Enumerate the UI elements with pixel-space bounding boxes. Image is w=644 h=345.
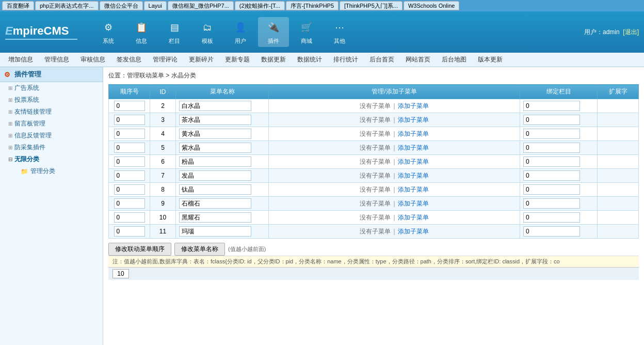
nav-template[interactable]: 模板 bbox=[192, 17, 223, 47]
subnav-issue-info[interactable]: 签发信息 bbox=[111, 54, 147, 66]
table-row: 9没有子菜单 | 添加子菜单 bbox=[109, 197, 639, 211]
subnav-update-fragment[interactable]: 更新碎片 bbox=[184, 54, 219, 66]
folder-icon-manage-category: 📁 bbox=[21, 168, 28, 175]
nav-other[interactable]: 其他 bbox=[324, 17, 355, 47]
seq-input-10[interactable] bbox=[114, 212, 145, 223]
modify-name-button[interactable]: 修改菜单名称 bbox=[174, 243, 225, 256]
logo-underline bbox=[5, 39, 77, 40]
tab-w3[interactable]: W3Schools Online bbox=[404, 1, 460, 10]
nav-shop[interactable]: 商城 bbox=[291, 17, 322, 47]
subnav-data-update[interactable]: 数据更新 bbox=[256, 54, 291, 66]
sidebar-item-ad[interactable]: ⊞ 广告系统 bbox=[0, 82, 103, 94]
nav-column[interactable]: 栏目 bbox=[159, 17, 190, 47]
nav-info[interactable]: 信息 bbox=[126, 17, 157, 47]
browser-tabs: 百度翻译 php正则表达式在字... 微信公众平台 Layui 微信框架_微信P… bbox=[0, 0, 644, 11]
tab-php[interactable]: php正则表达式在字... bbox=[35, 1, 99, 10]
subnav-data-stats[interactable]: 数据统计 bbox=[292, 54, 327, 66]
name-input-5[interactable] bbox=[179, 143, 251, 153]
sidebar-item-manage-category[interactable]: 📁 管理分类 bbox=[0, 165, 103, 177]
cell-ext-11 bbox=[598, 225, 639, 239]
seq-input-2[interactable] bbox=[114, 101, 145, 111]
nav-user[interactable]: 用户 bbox=[225, 17, 256, 47]
name-input-10[interactable] bbox=[179, 212, 251, 223]
name-input-7[interactable] bbox=[179, 170, 251, 181]
cell-manage-4: 没有子菜单 | 添加子菜单 bbox=[269, 127, 520, 141]
add-child-link-10[interactable]: 添加子菜单 bbox=[398, 214, 429, 221]
tab-op[interactable]: (2)蚊蛆操作-[T... bbox=[235, 1, 285, 10]
bind-input-2[interactable] bbox=[523, 101, 580, 111]
sidebar-item-feedback[interactable]: ⊞ 信息反馈管理 bbox=[0, 130, 103, 142]
subnav-backend-map[interactable]: 后台地图 bbox=[437, 54, 472, 66]
seq-input-8[interactable] bbox=[114, 184, 145, 195]
table-row: 11没有子菜单 | 添加子菜单 bbox=[109, 225, 639, 239]
subnav-audit-info[interactable]: 审核信息 bbox=[75, 54, 110, 66]
name-input-3[interactable] bbox=[179, 115, 251, 125]
bind-input-6[interactable] bbox=[523, 156, 580, 167]
name-input-11[interactable] bbox=[179, 226, 251, 237]
cell-manage-9: 没有子菜单 | 添加子菜单 bbox=[269, 197, 520, 211]
bind-input-7[interactable] bbox=[523, 170, 580, 181]
add-child-link-7[interactable]: 添加子菜单 bbox=[398, 172, 429, 179]
bind-input-10[interactable] bbox=[523, 212, 580, 223]
sidebar-item-vote[interactable]: ⊞ 投票系统 bbox=[0, 94, 103, 106]
seq-input-9[interactable] bbox=[114, 198, 145, 209]
bind-input-5[interactable] bbox=[523, 143, 580, 153]
sidebar-item-friendlink[interactable]: ⊞ 友情链接管理 bbox=[0, 106, 103, 118]
sidebar-item-guestbook[interactable]: ⊞ 留言板管理 bbox=[0, 118, 103, 130]
add-child-link-3[interactable]: 添加子菜单 bbox=[398, 116, 429, 123]
bind-input-8[interactable] bbox=[523, 184, 580, 195]
add-child-link-6[interactable]: 添加子菜单 bbox=[398, 158, 429, 165]
seq-input-5[interactable] bbox=[114, 143, 145, 153]
bind-input-3[interactable] bbox=[523, 115, 580, 125]
tab-layui[interactable]: Layui bbox=[144, 1, 167, 10]
add-child-link-2[interactable]: 添加子菜单 bbox=[398, 102, 429, 109]
seq-input-4[interactable] bbox=[114, 129, 145, 139]
seq-input-3[interactable] bbox=[114, 115, 145, 125]
note-text: 注：值越小越前面,数据库字典：表名：fclass{分类ID: id，父分类ID：… bbox=[112, 258, 560, 264]
name-input-8[interactable] bbox=[179, 184, 251, 195]
tab-wxframe[interactable]: 微信框架_微信PHP7... bbox=[168, 1, 234, 10]
bind-input-4[interactable] bbox=[523, 129, 580, 139]
name-input-6[interactable] bbox=[179, 156, 251, 167]
seq-input-7[interactable] bbox=[114, 170, 145, 181]
sidebar-item-unlimited[interactable]: ⊟ 无限分类 bbox=[0, 153, 103, 165]
no-child-label-3: 没有子菜单 bbox=[360, 116, 391, 123]
nav-other-label: 其他 bbox=[334, 37, 345, 45]
add-child-link-11[interactable]: 添加子菜单 bbox=[398, 228, 429, 235]
name-input-9[interactable] bbox=[179, 198, 251, 209]
table-row: 2没有子菜单 | 添加子菜单 bbox=[109, 99, 639, 113]
tab-tp5intro[interactable]: [ThinkPHP5入门]系... bbox=[340, 1, 403, 10]
add-child-link-9[interactable]: 添加子菜单 bbox=[398, 200, 429, 207]
subnav-backend-home[interactable]: 后台首页 bbox=[364, 54, 399, 66]
subnav-website-home[interactable]: 网站首页 bbox=[400, 54, 436, 66]
subnav-comment[interactable]: 管理评论 bbox=[148, 54, 183, 66]
sidebar-item-anticollect[interactable]: ⊞ 防采集插件 bbox=[0, 142, 103, 153]
add-child-link-5[interactable]: 添加子菜单 bbox=[398, 144, 429, 151]
subnav-rank-stats[interactable]: 排行统计 bbox=[328, 54, 363, 66]
name-input-4[interactable] bbox=[179, 129, 251, 139]
sidebar-item-manage-category-label: 管理分类 bbox=[30, 167, 55, 176]
tab-tp5[interactable]: 序言-[ThinkPHP5 bbox=[286, 1, 339, 10]
tab-fanyi[interactable]: 百度翻译 bbox=[2, 1, 34, 10]
subnav-add-info[interactable]: 增加信息 bbox=[3, 54, 38, 66]
subnav-update-topic[interactable]: 更新专题 bbox=[220, 54, 255, 66]
add-child-link-8[interactable]: 添加子菜单 bbox=[398, 186, 429, 193]
nav-plugin[interactable]: 插件 bbox=[258, 17, 289, 47]
subnav-manage-info[interactable]: 管理信息 bbox=[39, 54, 74, 66]
seq-input-6[interactable] bbox=[114, 156, 145, 167]
add-child-link-4[interactable]: 添加子菜单 bbox=[398, 130, 429, 137]
bind-input-9[interactable] bbox=[523, 198, 580, 209]
logout-link[interactable]: [退出] bbox=[623, 28, 639, 36]
page-input[interactable] bbox=[112, 269, 129, 278]
bind-input-11[interactable] bbox=[523, 226, 580, 237]
sidebar-item-unlimited-label: 无限分类 bbox=[14, 155, 39, 164]
name-input-2[interactable] bbox=[179, 101, 251, 111]
sidebar: ⚙ 插件管理 ⊞ 广告系统 ⊞ 投票系统 ⊞ 友情链接管理 ⊞ 留言板管理 ⊞ … bbox=[0, 67, 103, 345]
nav-system[interactable]: 系统 bbox=[93, 17, 124, 47]
seq-input-11[interactable] bbox=[114, 226, 145, 237]
subnav-version-update[interactable]: 版本更新 bbox=[473, 54, 508, 66]
note-bar: 注：值越小越前面,数据库字典：表名：fclass{分类ID: id，父分类ID：… bbox=[108, 256, 639, 267]
cell-id-11: 11 bbox=[150, 225, 176, 239]
tab-wx[interactable]: 微信公众平台 bbox=[100, 1, 143, 10]
modify-order-button[interactable]: 修改联动菜单顺序 bbox=[108, 243, 171, 256]
